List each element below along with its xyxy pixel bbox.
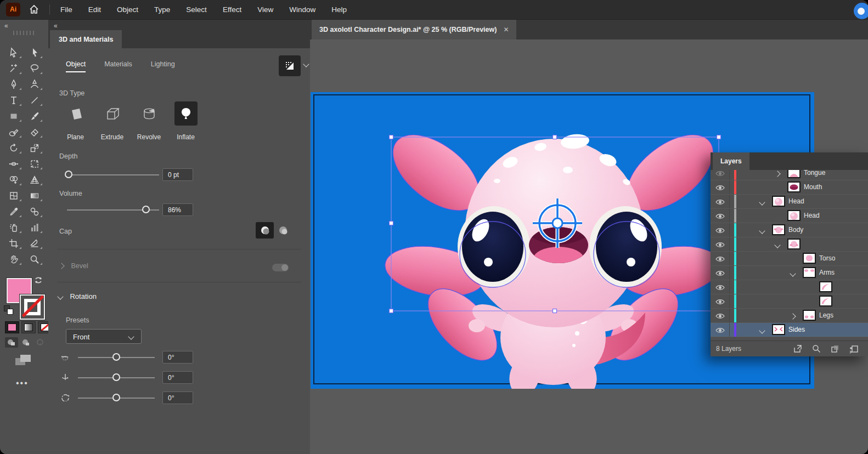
layer-row-legs[interactable]: Legs xyxy=(711,309,868,323)
layer-row-group[interactable] xyxy=(711,237,868,252)
curvature-tool[interactable] xyxy=(24,76,45,92)
collapse-tools-icon[interactable]: « xyxy=(4,23,8,29)
visibility-eye-icon[interactable] xyxy=(715,170,725,179)
tools-grip[interactable] xyxy=(13,31,35,35)
rotation-slider-1[interactable] xyxy=(70,371,164,384)
document-tab[interactable]: 3D axolotl Character Design.ai* @ 25 % (… xyxy=(312,19,516,39)
visibility-eye-icon[interactable] xyxy=(715,270,725,279)
layer-expand-icon[interactable] xyxy=(790,270,796,276)
layer-name[interactable]: Tongue xyxy=(804,170,825,177)
home-icon[interactable] xyxy=(29,4,40,17)
layer-name[interactable]: Torso xyxy=(819,254,835,262)
hand-tool[interactable] xyxy=(3,251,24,267)
layer-expand-icon[interactable] xyxy=(759,199,765,205)
layer-expand-icon[interactable] xyxy=(759,327,765,333)
rotation-presets-dropdown[interactable]: Front xyxy=(66,329,142,344)
volume-value[interactable]: 86% xyxy=(162,203,193,216)
layer-thumbnail[interactable] xyxy=(787,170,801,178)
blend-tool[interactable] xyxy=(24,203,45,219)
layer-thumbnail[interactable] xyxy=(787,239,801,249)
layer-row-head[interactable]: Head xyxy=(711,209,868,223)
menu-item-window[interactable]: Window xyxy=(289,5,315,14)
rotation-value-1[interactable]: 0° xyxy=(162,371,193,384)
collapse-panel-icon[interactable]: « xyxy=(54,23,58,29)
layer-row-head[interactable]: Head xyxy=(711,195,868,209)
pen-tool[interactable] xyxy=(3,76,24,92)
visibility-eye-icon[interactable] xyxy=(715,284,725,293)
cap-solid-button[interactable] xyxy=(256,222,274,239)
layer-thumbnail[interactable] xyxy=(803,310,816,321)
perspective-grid-tool[interactable] xyxy=(24,172,45,188)
layer-expand-icon[interactable] xyxy=(759,228,765,234)
type-tool[interactable] xyxy=(3,92,24,108)
export-icon[interactable] xyxy=(793,344,803,355)
width-tool[interactable] xyxy=(3,156,24,172)
panel-subtab-materials[interactable]: Materials xyxy=(104,60,132,72)
layer-row-mouth[interactable]: Mouth xyxy=(711,180,868,195)
edit-toolbar-icon[interactable]: ••• xyxy=(16,378,29,388)
layer-expand-icon[interactable] xyxy=(774,242,780,248)
zoom-tool[interactable] xyxy=(24,251,45,267)
slice-tool[interactable] xyxy=(24,235,45,251)
layer-row-body[interactable]: Body xyxy=(711,223,868,237)
rotation-value-0[interactable]: 0° xyxy=(162,351,193,364)
panel-subtab-object[interactable]: Object xyxy=(66,60,86,72)
layer-thumbnail[interactable] xyxy=(787,210,801,221)
3d-type-extrude[interactable]: Extrude xyxy=(94,101,131,141)
layer-row-sides[interactable]: Sides xyxy=(711,323,868,337)
visibility-eye-icon[interactable] xyxy=(715,298,725,307)
mesh-tool[interactable] xyxy=(3,188,24,203)
layer-name[interactable]: Legs xyxy=(819,311,833,319)
layer-name[interactable]: Mouth xyxy=(804,183,822,191)
visibility-eye-icon[interactable] xyxy=(715,213,725,222)
lasso-tool[interactable] xyxy=(24,60,45,76)
new-layer-icon[interactable] xyxy=(849,344,859,355)
layer-thumbnail[interactable] xyxy=(819,281,832,292)
3d-type-plane[interactable]: Plane xyxy=(57,101,94,141)
layer-name[interactable]: Body xyxy=(788,226,803,234)
rotation-section-header[interactable]: Rotation xyxy=(58,292,97,300)
free-transform-tool[interactable] xyxy=(24,156,45,172)
visibility-eye-icon[interactable] xyxy=(715,184,725,193)
3d-type-revolve[interactable]: Revolve xyxy=(131,101,167,141)
draw-normal-button[interactable] xyxy=(5,337,18,348)
layer-thumbnail[interactable] xyxy=(787,181,801,192)
menu-item-select[interactable]: Select xyxy=(186,5,207,14)
layer-name[interactable]: Head xyxy=(788,197,804,205)
render-settings-chevron-icon[interactable] xyxy=(303,61,309,67)
menu-item-object[interactable]: Object xyxy=(117,5,138,14)
render-settings-button[interactable] xyxy=(279,55,301,76)
default-fill-stroke-icon[interactable] xyxy=(4,305,13,314)
layer-expand-icon[interactable] xyxy=(774,171,780,177)
visibility-eye-icon[interactable] xyxy=(715,198,725,207)
rotation-slider-2[interactable] xyxy=(70,391,164,405)
line-tool[interactable] xyxy=(24,92,45,108)
layer-thumbnail[interactable] xyxy=(803,253,816,264)
layer-row-path[interactable] xyxy=(711,280,868,294)
menu-item-effect[interactable]: Effect xyxy=(223,5,241,14)
direct-selection-tool[interactable] xyxy=(24,44,45,60)
eraser-tool[interactable] xyxy=(24,124,45,140)
gradient-tool[interactable] xyxy=(24,188,45,203)
layer-thumbnail[interactable] xyxy=(772,324,785,335)
rotation-slider-0[interactable] xyxy=(70,351,164,364)
search-icon[interactable] xyxy=(811,344,821,355)
gradient-button[interactable] xyxy=(21,321,36,333)
rotation-value-2[interactable]: 0° xyxy=(162,391,193,404)
app-icon[interactable]: Ai xyxy=(6,3,20,16)
layer-row-path[interactable] xyxy=(711,294,868,309)
layer-name[interactable]: Head xyxy=(804,212,820,219)
eyedropper-tool[interactable] xyxy=(3,203,24,219)
close-document-icon[interactable]: ✕ xyxy=(503,26,509,33)
rectangle-tool[interactable] xyxy=(3,108,24,124)
shape-builder-tool[interactable] xyxy=(3,172,24,188)
color-fill-button[interactable] xyxy=(5,321,19,333)
scale-tool[interactable] xyxy=(24,140,45,156)
menu-item-help[interactable]: Help xyxy=(331,5,347,14)
account-avatar[interactable] xyxy=(854,3,868,19)
selection-tool[interactable] xyxy=(3,44,24,60)
draw-inside-button[interactable] xyxy=(33,337,47,348)
artboard-tool[interactable] xyxy=(3,235,24,251)
visibility-eye-icon[interactable] xyxy=(715,227,725,236)
rotate-tool[interactable] xyxy=(3,140,24,156)
